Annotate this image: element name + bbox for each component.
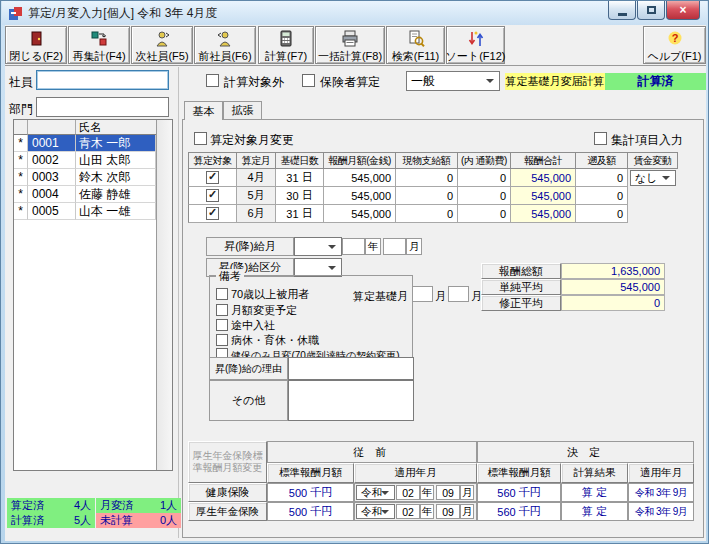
planned-change-label: 月額変更予定 (231, 304, 297, 317)
wage-change-dropdown[interactable]: なし (630, 170, 676, 186)
list-header-code (28, 120, 76, 135)
pay-row-inkind-cell[interactable]: 0 (396, 187, 458, 205)
minimize-button[interactable] (608, 1, 636, 20)
pay-row-inkind-cell[interactable]: 0 (396, 169, 458, 187)
pay-row-total-cell: 545,000 (511, 187, 576, 205)
pay-row-monetary-cell[interactable]: 545,000 (324, 187, 396, 205)
close-form-button[interactable]: 閉じる(F2) (5, 26, 67, 64)
raise-year-input[interactable] (342, 238, 365, 255)
remarks-title: 備考 (216, 269, 244, 284)
target-checkbox[interactable] (206, 171, 219, 184)
raise-month-input[interactable] (383, 238, 406, 255)
close-icon: × (679, 3, 686, 17)
close-button[interactable]: × (666, 1, 700, 20)
printer-icon (340, 29, 360, 49)
pay-row-month-cell: 4月 (237, 169, 276, 187)
pay-row-monetary-cell[interactable]: 545,000 (324, 169, 396, 187)
pension-prev-applied-ym: 令和 02 年 09 月 (354, 502, 477, 521)
col-header-commute: (内 通勤費) (458, 152, 511, 169)
pension-era-dropdown[interactable]: 令和 (356, 504, 395, 519)
calculated-status-badge: 計算済5人 (7, 513, 95, 528)
pay-row-monetary-cell[interactable]: 545,000 (324, 205, 396, 223)
prev-employee-button[interactable]: 前社員(F6) (194, 26, 256, 64)
raise-month-dropdown[interactable] (294, 237, 342, 256)
col-header-retro: 遡及額 (576, 152, 628, 169)
base-month-input-2[interactable] (448, 286, 469, 302)
mid-join-checkbox[interactable] (216, 319, 228, 331)
sort-icon (466, 29, 486, 49)
pay-row-retro-cell[interactable]: 0 (576, 187, 628, 205)
col-header-month: 算定月 (237, 152, 276, 169)
employee-list: 氏名 * 0001 青木 一郎 * 0002 山田 太郎 * 0003 鈴木 次… (13, 119, 173, 471)
help-button[interactable]: ? ヘルプ(F1) (643, 26, 706, 64)
recalc-button[interactable]: 再集計(F4) (68, 26, 130, 64)
other-input[interactable] (288, 380, 414, 421)
app-window: 算定/月変入力[個人] 令和 3年 4月度 × 閉じる(F2) 再集計(F4) … (0, 0, 709, 544)
employee-row[interactable]: * 0005 山本 一雄 (14, 203, 156, 220)
pay-row-commute-cell[interactable]: 0 (458, 205, 511, 223)
pension-year-unit: 年 (420, 504, 434, 519)
planned-change-checkbox[interactable] (216, 304, 228, 316)
employee-row[interactable]: * 0002 山田 太郎 (14, 152, 156, 169)
pay-row-days-cell[interactable]: 30 日 (276, 187, 324, 205)
pension-month-input[interactable]: 09 (436, 504, 460, 519)
recalc-icon (89, 29, 109, 49)
insurer-assessment-checkbox[interactable] (302, 74, 315, 87)
maximize-button[interactable] (637, 1, 665, 20)
assessed-status-badge: 算定済4人 (7, 498, 95, 513)
health-era-dropdown[interactable]: 令和 (356, 485, 395, 500)
pension-insurance-label: 厚生年金保険 (188, 502, 267, 521)
door-icon (26, 29, 46, 49)
pay-row-retro-cell[interactable]: 0 (576, 205, 628, 223)
next-employee-button[interactable]: 次社員(F5) (131, 26, 193, 64)
target-checkbox[interactable] (206, 207, 219, 220)
employee-code-input[interactable] (36, 70, 169, 90)
help-icon: ? (665, 29, 685, 49)
sort-button[interactable]: ソート(F12) (446, 26, 505, 64)
pay-row-inkind-cell[interactable]: 0 (396, 205, 458, 223)
over70-checkbox[interactable] (216, 288, 228, 300)
window-title: 算定/月変入力[個人] 令和 3年 4月度 (28, 5, 217, 22)
health-year-input[interactable]: 02 (396, 485, 420, 500)
col-header-days: 基礎日数 (276, 152, 324, 169)
employee-row[interactable]: * 0004 佐藤 静雄 (14, 186, 156, 203)
pay-row-commute-cell[interactable]: 0 (458, 187, 511, 205)
tab-basic[interactable]: 基本 (184, 101, 223, 120)
exclude-calculation-checkbox[interactable] (206, 74, 219, 87)
batch-calculate-button[interactable]: 一括計算(F8) (315, 26, 385, 64)
pension-std-change-button[interactable]: 厚生年金保険標準報酬月額変更 (188, 441, 267, 483)
insurer-assessment-label: 保険者算定 (320, 74, 380, 91)
employee-row[interactable]: * 0003 鈴木 次郎 (14, 169, 156, 186)
health-year-unit: 年 (420, 485, 434, 500)
pay-row-commute-cell[interactable]: 0 (458, 169, 511, 187)
department-input[interactable] (36, 97, 169, 117)
base-month-input-1[interactable] (412, 286, 433, 302)
health-applied-ym: 令和 3年 9月 (628, 483, 694, 502)
exclude-calculation-label: 計算対象外 (224, 74, 284, 91)
employee-row[interactable]: * 0001 青木 一郎 (14, 135, 156, 152)
aggregate-input-checkbox[interactable] (594, 132, 607, 145)
health-insurance-label: 健康保険 (188, 483, 267, 502)
target-checkbox[interactable] (206, 189, 219, 202)
pay-row-retro-cell[interactable]: 0 (576, 169, 628, 187)
pay-row-days-cell[interactable]: 31 日 (276, 205, 324, 223)
list-scrollbar[interactable] (156, 120, 172, 470)
calc-status-badge[interactable]: 計算済 (605, 73, 706, 90)
search-button[interactable]: 検索(F11) (386, 26, 445, 64)
raise-month-unit: 月 (406, 238, 422, 255)
calculate-button[interactable]: 計算(F7) (258, 26, 314, 64)
pay-row-target-cell (188, 169, 237, 187)
health-month-input[interactable]: 09 (436, 485, 460, 500)
pension-calc-result: 算 定 (561, 502, 628, 521)
pay-row-target-cell (188, 187, 237, 205)
pay-row-days-cell[interactable]: 31 日 (276, 169, 324, 187)
target-month-change-checkbox[interactable] (194, 132, 207, 145)
minimize-icon (618, 13, 627, 16)
leave-checkbox[interactable] (216, 334, 228, 346)
pension-year-input[interactable]: 02 (396, 504, 420, 519)
category-dropdown[interactable]: 一般 (406, 71, 500, 91)
raise-year-unit: 年 (365, 238, 381, 255)
col-header-wagechange: 賃金変動 (628, 152, 678, 169)
raise-reason-input[interactable] (288, 357, 414, 380)
tab-extended[interactable]: 拡張 (223, 101, 262, 119)
